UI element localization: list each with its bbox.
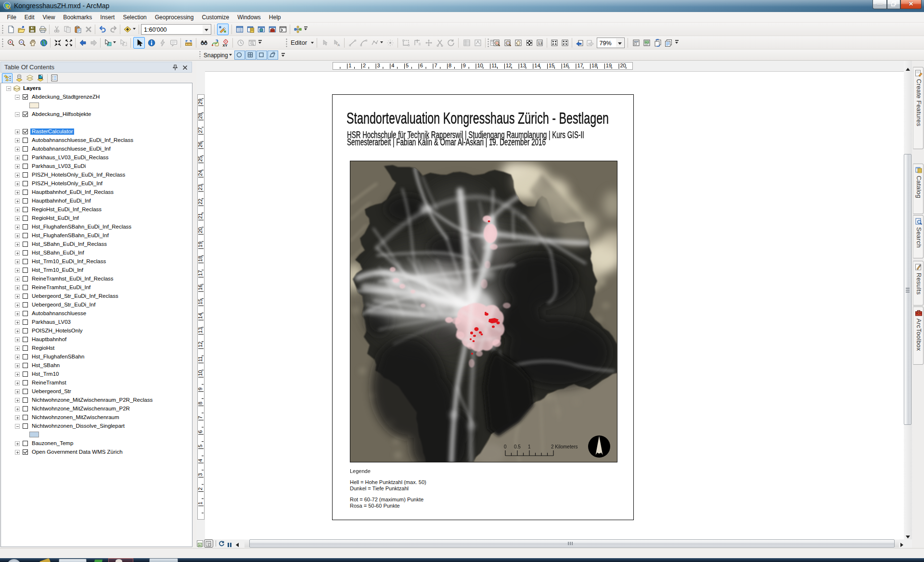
svg-text:1: 1 — [528, 444, 531, 449]
svg-text:12: 12 — [506, 63, 512, 68]
svg-text:9: 9 — [463, 63, 466, 68]
svg-text:1:1: 1:1 — [539, 42, 542, 45]
svg-text:15: 15 — [198, 299, 203, 305]
svg-text:A: A — [337, 43, 340, 47]
svg-text:19: 19 — [606, 63, 612, 68]
svg-text:27: 27 — [198, 127, 203, 133]
svg-text:XY: XY — [223, 43, 228, 47]
svg-text:28: 28 — [198, 113, 203, 119]
svg-text:22: 22 — [198, 199, 203, 204]
svg-text:5: 5 — [406, 63, 409, 68]
svg-text:18: 18 — [198, 256, 203, 262]
svg-text:24: 24 — [198, 170, 203, 176]
svg-text:14: 14 — [198, 313, 203, 319]
svg-text:14: 14 — [534, 63, 540, 68]
svg-text:3: 3 — [198, 473, 203, 476]
svg-text:15: 15 — [549, 63, 554, 68]
svg-text:3: 3 — [377, 63, 380, 68]
svg-text:17: 17 — [577, 63, 583, 68]
svg-text:29: 29 — [198, 99, 203, 104]
svg-text:7: 7 — [198, 416, 203, 419]
svg-text:19: 19 — [198, 242, 203, 247]
svg-text:23: 23 — [198, 184, 203, 190]
svg-text:20: 20 — [620, 63, 626, 68]
svg-text:17: 17 — [198, 270, 203, 276]
svg-text:10: 10 — [477, 63, 483, 68]
svg-text:25: 25 — [198, 156, 203, 162]
svg-text:8: 8 — [198, 402, 203, 405]
svg-text:16: 16 — [198, 284, 203, 290]
svg-text:26: 26 — [198, 141, 203, 147]
svg-text:0.5: 0.5 — [514, 444, 521, 449]
svg-text:10: 10 — [198, 370, 203, 376]
svg-text:8: 8 — [449, 63, 451, 68]
svg-text:1: 1 — [198, 502, 203, 505]
svg-text:11: 11 — [491, 63, 497, 68]
svg-text:1: 1 — [348, 63, 351, 68]
svg-text:18: 18 — [591, 63, 597, 68]
svg-text:6: 6 — [420, 63, 423, 68]
svg-text:2: 2 — [198, 487, 203, 490]
svg-text:5: 5 — [198, 445, 203, 447]
svg-text:4: 4 — [391, 63, 394, 68]
svg-text:13: 13 — [198, 327, 203, 333]
svg-text:2: 2 — [363, 63, 366, 68]
svg-text:4: 4 — [198, 459, 203, 462]
svg-text:20: 20 — [198, 227, 203, 233]
svg-text:13: 13 — [520, 63, 526, 68]
svg-text:6: 6 — [198, 430, 203, 433]
svg-text:12: 12 — [198, 342, 203, 347]
svg-text:7: 7 — [434, 63, 437, 68]
svg-text:2 Kilometers: 2 Kilometers — [551, 444, 578, 449]
svg-text:16: 16 — [563, 63, 569, 68]
svg-text:0: 0 — [504, 444, 507, 449]
svg-text:11: 11 — [198, 356, 203, 361]
svg-text:9: 9 — [198, 387, 203, 390]
svg-text:21: 21 — [198, 213, 203, 219]
